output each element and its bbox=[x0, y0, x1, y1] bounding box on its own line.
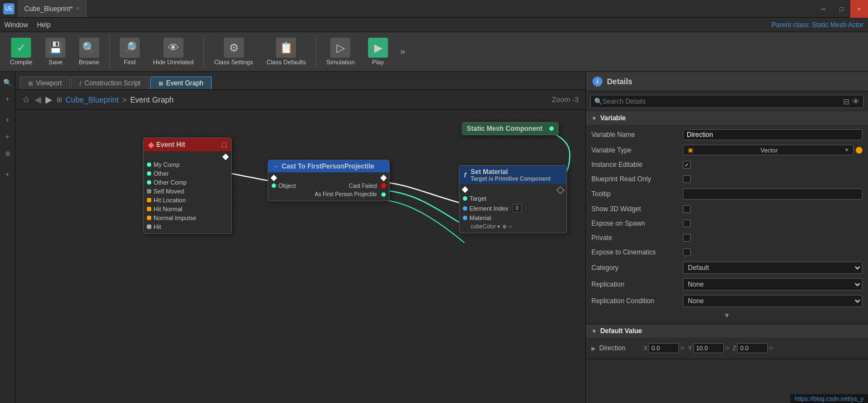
variable-section-header[interactable]: ▼ Variable bbox=[586, 111, 868, 125]
default-value-triangle: ▼ bbox=[591, 328, 597, 334]
expose-on-spawn-checkbox[interactable] bbox=[683, 220, 691, 227]
node-event-hit[interactable]: ◆ Event Hit □ My Comp Other bbox=[143, 137, 232, 234]
category-value: Default bbox=[683, 262, 862, 274]
x-spin[interactable]: ⟳ bbox=[680, 345, 685, 351]
sidebar-add-icon-2[interactable]: + bbox=[2, 114, 14, 126]
node-eventhit-close[interactable]: □ bbox=[222, 140, 227, 149]
direction-expand-arrow[interactable]: ▶ bbox=[591, 345, 596, 351]
variable-section-triangle: ▼ bbox=[591, 115, 597, 121]
expose-cinematics-checkbox[interactable] bbox=[683, 248, 691, 256]
private-value bbox=[683, 234, 862, 242]
save-icon: 💾 bbox=[45, 38, 65, 58]
pin-othercomp bbox=[147, 180, 151, 185]
z-input[interactable] bbox=[737, 343, 768, 353]
replication-value: None bbox=[683, 278, 862, 290]
node-cast[interactable]: ↔ Cast To FirstPersonProjectile Object C… bbox=[268, 160, 390, 201]
variable-name-input[interactable] bbox=[683, 129, 862, 140]
variable-section: ▼ Variable Variable Name Variable Type ▣ bbox=[586, 111, 868, 324]
breadcrumb-back-button[interactable]: ◀ bbox=[34, 94, 41, 105]
play-button[interactable]: ▶ Play bbox=[362, 35, 394, 68]
compile-button[interactable]: ✓ Compile bbox=[4, 35, 38, 68]
variable-name-row: Variable Name bbox=[586, 127, 868, 142]
sidebar-add-icon-1[interactable]: + bbox=[2, 93, 14, 105]
sidebar-search-icon[interactable]: 🔍 bbox=[2, 76, 14, 89]
browse-icon: 🔍 bbox=[79, 38, 99, 58]
node-eventhit-title: Event Hit bbox=[156, 141, 185, 149]
bookmark-icon[interactable]: ☆ bbox=[22, 94, 30, 105]
breadcrumb-blueprint-link[interactable]: Cube_Blueprint bbox=[65, 95, 119, 104]
tab-construction-script[interactable]: f Construction Script bbox=[71, 76, 149, 89]
instance-editable-checkbox[interactable] bbox=[683, 161, 691, 169]
construction-tab-icon: f bbox=[79, 80, 81, 86]
title-tab[interactable]: Cube_Blueprint* × bbox=[18, 0, 86, 17]
node-set-material[interactable]: f Set Material Target is Primitive Compo… bbox=[459, 165, 567, 233]
default-value-section-header[interactable]: ▼ Default Value bbox=[586, 324, 868, 338]
class-settings-button[interactable]: ⚙ Class Settings bbox=[208, 35, 258, 68]
direction-field-label: Direction bbox=[599, 344, 644, 352]
parent-class-link[interactable]: Static Mesh Actor bbox=[812, 21, 864, 29]
sidebar-add-icon-5[interactable]: + bbox=[2, 169, 14, 181]
pin-other-label: Other bbox=[154, 170, 169, 177]
default-value-section: ▼ Default Value ▶ Direction X ⟳ Y bbox=[586, 324, 868, 359]
expose-on-spawn-label: Expose on Spawn bbox=[591, 220, 683, 227]
construction-tab-label: Construction Script bbox=[84, 79, 140, 87]
instance-editable-label: Instance Editable bbox=[591, 161, 683, 169]
sidebar-add-icon-4[interactable]: ⊕ bbox=[2, 147, 14, 160]
y-input[interactable] bbox=[693, 343, 724, 353]
play-label: Play bbox=[372, 59, 384, 65]
blueprint-readonly-checkbox[interactable] bbox=[683, 175, 691, 183]
find-button[interactable]: 🔎 Find bbox=[114, 35, 145, 68]
tooltip-input[interactable] bbox=[683, 188, 862, 200]
replication-condition-select[interactable]: None bbox=[683, 295, 862, 307]
breadcrumb-forward-button[interactable]: ▶ bbox=[45, 94, 52, 105]
show3d-checkbox[interactable] bbox=[683, 205, 691, 213]
node-static-mesh[interactable]: Static Mesh Component bbox=[462, 122, 559, 135]
breadcrumb-bar: ☆ ◀ ▶ ⊞ Cube_Blueprint > Event Graph Zoo… bbox=[16, 90, 585, 110]
pin-mycomp bbox=[147, 162, 151, 167]
toolbar-more-button[interactable]: » bbox=[396, 44, 410, 59]
title-tab-close[interactable]: × bbox=[76, 6, 79, 12]
x-input[interactable] bbox=[649, 343, 679, 353]
tab-viewport[interactable]: ⊞ Viewport bbox=[20, 76, 70, 89]
hide-unrelated-button[interactable]: 👁 Hide Unrelated bbox=[147, 35, 199, 68]
url-footer: https://blog.csdn.net/ys_y bbox=[790, 394, 868, 403]
view-eye-icon[interactable]: 👁 bbox=[852, 97, 860, 106]
node-cast-body: Object Cast Failed As First Person Proje… bbox=[268, 172, 389, 201]
pin-target-label: Target bbox=[469, 195, 487, 202]
y-spin[interactable]: ⟳ bbox=[725, 345, 729, 351]
parent-class-info: Parent class: Static Mesh Actor bbox=[772, 21, 864, 29]
menu-window[interactable]: Window bbox=[4, 21, 28, 29]
menu-bar: Window Help Parent class: Static Mesh Ac… bbox=[0, 18, 868, 32]
minimize-button[interactable]: ─ bbox=[815, 0, 833, 18]
graph-canvas[interactable]: ◆ Event Hit □ My Comp Other bbox=[16, 110, 585, 403]
close-button[interactable]: × bbox=[850, 0, 868, 18]
editor-tabs: ⊞ Viewport f Construction Script ⊞ Event… bbox=[16, 72, 585, 90]
pin-normalimpulse-label: Normal Impulse bbox=[154, 215, 196, 221]
private-checkbox[interactable] bbox=[683, 234, 691, 242]
restore-button[interactable]: □ bbox=[833, 0, 850, 18]
tab-event-graph[interactable]: ⊞ Event Graph bbox=[150, 76, 212, 89]
classdefaults-label: Class Defaults bbox=[267, 59, 306, 65]
pin-staticmesh-out bbox=[549, 126, 554, 131]
pin-mycomp-label: My Comp bbox=[154, 161, 180, 168]
replication-select[interactable]: None bbox=[683, 278, 862, 290]
scroll-down-arrow[interactable]: ▼ bbox=[586, 309, 868, 322]
view-list-icon[interactable]: ⊟ bbox=[843, 97, 850, 106]
search-details-bar[interactable]: 🔍 ⊟ 👁 bbox=[590, 95, 864, 108]
simulation-button[interactable]: ▷ Simulation bbox=[321, 35, 360, 68]
browse-button[interactable]: 🔍 Browse bbox=[73, 35, 105, 68]
menu-help[interactable]: Help bbox=[37, 21, 51, 29]
hide-icon: 👁 bbox=[164, 38, 183, 58]
category-select[interactable]: Default bbox=[683, 262, 862, 274]
z-spin[interactable]: ⟳ bbox=[769, 345, 773, 351]
class-defaults-button[interactable]: 📋 Class Defaults bbox=[261, 35, 312, 68]
material-value: cubeColor ▾ bbox=[471, 223, 500, 229]
search-details-input[interactable] bbox=[603, 98, 843, 105]
type-pill[interactable]: ▣ Vector ▾ bbox=[683, 145, 854, 155]
play-icon: ▶ bbox=[368, 38, 388, 58]
direction-inputs: X ⟳ Y ⟳ Z ⟳ bbox=[644, 343, 862, 353]
pin-row-exec-out bbox=[144, 154, 231, 160]
save-button[interactable]: 💾 Save bbox=[40, 35, 71, 68]
direction-row: ▶ Direction X ⟳ Y ⟳ bbox=[586, 340, 868, 356]
sidebar-add-icon-3[interactable]: + bbox=[2, 131, 14, 143]
